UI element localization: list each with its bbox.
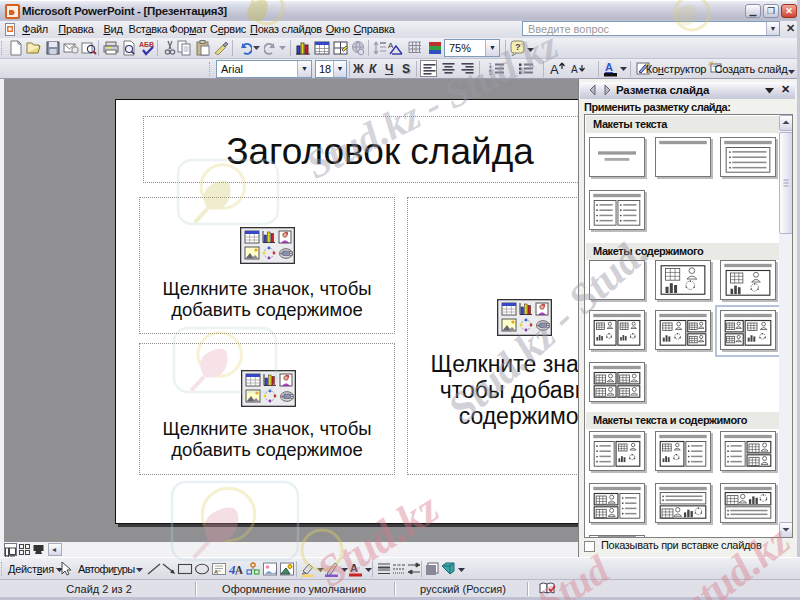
svg-text:А: А <box>350 562 358 574</box>
svg-text:А: А <box>571 64 578 75</box>
svg-text:А: А <box>605 61 613 73</box>
svg-text:А: А <box>550 62 559 77</box>
svg-text:3.: 3. <box>489 71 493 76</box>
svg-text:А: А <box>388 41 394 50</box>
svg-text:?: ? <box>515 42 521 52</box>
svg-text:A: A <box>214 569 218 575</box>
svg-text:A: A <box>233 562 244 577</box>
